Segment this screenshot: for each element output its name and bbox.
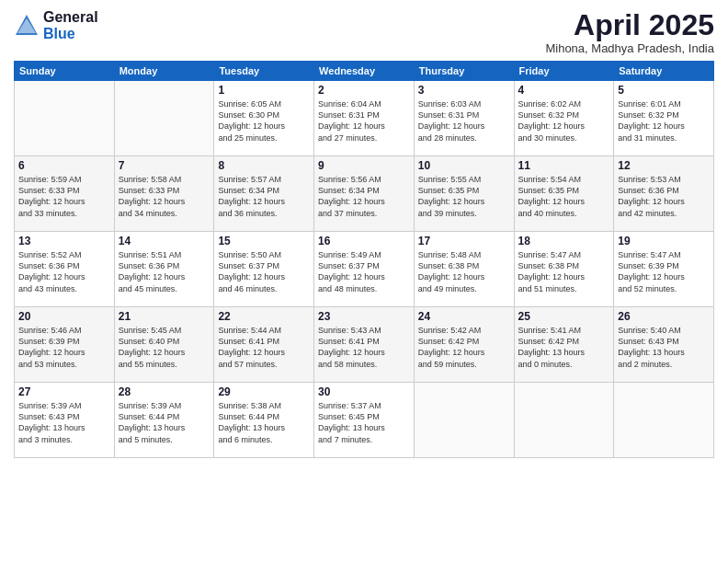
day-number: 24 (418, 310, 510, 323)
location: Mihona, Madhya Pradesh, India (545, 41, 714, 55)
day-detail: Sunrise: 5:45 AMSunset: 6:40 PMDaylight:… (119, 325, 210, 370)
table-row: 22Sunrise: 5:44 AMSunset: 6:41 PMDayligh… (214, 307, 314, 383)
table-row: 17Sunrise: 5:48 AMSunset: 6:38 PMDayligh… (414, 232, 514, 307)
day-number: 23 (318, 310, 410, 323)
day-detail: Sunrise: 6:04 AMSunset: 6:31 PMDaylight:… (318, 98, 410, 144)
day-detail: Sunrise: 6:03 AMSunset: 6:31 PMDaylight:… (418, 98, 510, 144)
day-number: 18 (518, 235, 610, 247)
day-detail: Sunrise: 5:46 AMSunset: 6:39 PMDaylight:… (18, 325, 110, 370)
day-number: 6 (18, 159, 110, 172)
day-detail: Sunrise: 5:48 AMSunset: 6:38 PMDaylight:… (418, 249, 510, 294)
day-detail: Sunrise: 5:37 AMSunset: 6:45 PMDaylight:… (318, 400, 410, 445)
table-row: 18Sunrise: 5:47 AMSunset: 6:38 PMDayligh… (514, 232, 614, 307)
day-detail: Sunrise: 5:47 AMSunset: 6:39 PMDaylight:… (618, 249, 710, 294)
calendar-table: Sunday Monday Tuesday Wednesday Thursday… (14, 61, 714, 458)
day-number: 11 (518, 159, 610, 172)
header-tuesday: Tuesday (214, 62, 314, 81)
table-row: 3Sunrise: 6:03 AMSunset: 6:31 PMDaylight… (414, 81, 514, 156)
table-row: 6Sunrise: 5:59 AMSunset: 6:33 PMDaylight… (15, 156, 115, 232)
table-row: 24Sunrise: 5:42 AMSunset: 6:42 PMDayligh… (414, 307, 514, 383)
day-number: 28 (119, 385, 210, 398)
table-row: 29Sunrise: 5:38 AMSunset: 6:44 PMDayligh… (214, 383, 314, 458)
table-row: 25Sunrise: 5:41 AMSunset: 6:42 PMDayligh… (514, 307, 614, 383)
table-row: 9Sunrise: 5:56 AMSunset: 6:34 PMDaylight… (314, 156, 415, 232)
logo-general: General (43, 9, 98, 26)
header-monday: Monday (114, 62, 214, 81)
day-detail: Sunrise: 5:42 AMSunset: 6:42 PMDaylight:… (418, 325, 510, 370)
day-detail: Sunrise: 5:59 AMSunset: 6:33 PMDaylight:… (18, 174, 110, 219)
day-number: 16 (318, 235, 410, 247)
logo-blue: Blue (43, 26, 98, 42)
day-detail: Sunrise: 5:51 AMSunset: 6:36 PMDaylight:… (119, 249, 210, 294)
day-detail: Sunrise: 5:58 AMSunset: 6:33 PMDaylight:… (119, 174, 210, 219)
logo: General Blue (14, 9, 98, 41)
table-row: 23Sunrise: 5:43 AMSunset: 6:41 PMDayligh… (314, 307, 415, 383)
day-number: 26 (618, 310, 710, 323)
day-number: 9 (318, 159, 410, 172)
table-row: 26Sunrise: 5:40 AMSunset: 6:43 PMDayligh… (614, 307, 714, 383)
day-number: 3 (418, 84, 510, 97)
header-thursday: Thursday (414, 62, 514, 81)
day-number: 10 (418, 159, 510, 172)
day-number: 14 (119, 235, 210, 247)
day-detail: Sunrise: 5:53 AMSunset: 6:36 PMDaylight:… (618, 174, 710, 219)
calendar-week-row: 27Sunrise: 5:39 AMSunset: 6:43 PMDayligh… (15, 383, 714, 458)
day-detail: Sunrise: 5:54 AMSunset: 6:35 PMDaylight:… (518, 174, 610, 219)
day-number: 7 (119, 159, 210, 172)
day-number: 5 (618, 84, 710, 97)
table-row: 14Sunrise: 5:51 AMSunset: 6:36 PMDayligh… (114, 232, 214, 307)
table-row (15, 81, 115, 156)
logo-icon (14, 13, 40, 39)
header-friday: Friday (514, 62, 614, 81)
table-row: 7Sunrise: 5:58 AMSunset: 6:33 PMDaylight… (114, 156, 214, 232)
day-detail: Sunrise: 5:47 AMSunset: 6:38 PMDaylight:… (518, 249, 610, 294)
day-number: 17 (418, 235, 510, 247)
table-row: 4Sunrise: 6:02 AMSunset: 6:32 PMDaylight… (514, 81, 614, 156)
table-row: 8Sunrise: 5:57 AMSunset: 6:34 PMDaylight… (214, 156, 314, 232)
day-number: 2 (318, 84, 410, 97)
logo-text: General Blue (43, 9, 98, 41)
day-detail: Sunrise: 5:49 AMSunset: 6:37 PMDaylight:… (318, 249, 410, 294)
table-row: 21Sunrise: 5:45 AMSunset: 6:40 PMDayligh… (114, 307, 214, 383)
table-row: 12Sunrise: 5:53 AMSunset: 6:36 PMDayligh… (614, 156, 714, 232)
day-number: 22 (218, 310, 310, 323)
svg-marker-1 (17, 18, 36, 33)
day-detail: Sunrise: 5:52 AMSunset: 6:36 PMDaylight:… (18, 249, 110, 294)
day-number: 13 (18, 235, 110, 247)
day-number: 1 (218, 84, 310, 97)
day-number: 29 (218, 385, 310, 398)
table-row: 27Sunrise: 5:39 AMSunset: 6:43 PMDayligh… (15, 383, 115, 458)
day-number: 19 (618, 235, 710, 247)
title-block: April 2025 Mihona, Madhya Pradesh, India (545, 9, 714, 55)
calendar-week-row: 20Sunrise: 5:46 AMSunset: 6:39 PMDayligh… (15, 307, 714, 383)
calendar-week-row: 1Sunrise: 6:05 AMSunset: 6:30 PMDaylight… (15, 81, 714, 156)
table-row (614, 383, 714, 458)
header: General Blue April 2025 Mihona, Madhya P… (14, 9, 714, 55)
header-saturday: Saturday (614, 62, 714, 81)
table-row: 1Sunrise: 6:05 AMSunset: 6:30 PMDaylight… (214, 81, 314, 156)
day-detail: Sunrise: 5:56 AMSunset: 6:34 PMDaylight:… (318, 174, 410, 219)
calendar-week-row: 6Sunrise: 5:59 AMSunset: 6:33 PMDaylight… (15, 156, 714, 232)
header-sunday: Sunday (15, 62, 115, 81)
table-row: 2Sunrise: 6:04 AMSunset: 6:31 PMDaylight… (314, 81, 415, 156)
day-detail: Sunrise: 5:57 AMSunset: 6:34 PMDaylight:… (218, 174, 310, 219)
calendar-header-row: Sunday Monday Tuesday Wednesday Thursday… (15, 62, 714, 81)
table-row: 15Sunrise: 5:50 AMSunset: 6:37 PMDayligh… (214, 232, 314, 307)
table-row: 20Sunrise: 5:46 AMSunset: 6:39 PMDayligh… (15, 307, 115, 383)
day-number: 20 (18, 310, 110, 323)
day-detail: Sunrise: 5:39 AMSunset: 6:44 PMDaylight:… (119, 400, 210, 445)
day-detail: Sunrise: 6:01 AMSunset: 6:32 PMDaylight:… (618, 98, 710, 144)
table-row: 16Sunrise: 5:49 AMSunset: 6:37 PMDayligh… (314, 232, 415, 307)
page: General Blue April 2025 Mihona, Madhya P… (0, 0, 728, 563)
day-number: 21 (119, 310, 210, 323)
table-row: 13Sunrise: 5:52 AMSunset: 6:36 PMDayligh… (15, 232, 115, 307)
day-detail: Sunrise: 5:55 AMSunset: 6:35 PMDaylight:… (418, 174, 510, 219)
table-row: 11Sunrise: 5:54 AMSunset: 6:35 PMDayligh… (514, 156, 614, 232)
day-number: 15 (218, 235, 310, 247)
table-row: 30Sunrise: 5:37 AMSunset: 6:45 PMDayligh… (314, 383, 415, 458)
day-detail: Sunrise: 5:43 AMSunset: 6:41 PMDaylight:… (318, 325, 410, 370)
day-detail: Sunrise: 5:41 AMSunset: 6:42 PMDaylight:… (518, 325, 610, 370)
day-detail: Sunrise: 5:40 AMSunset: 6:43 PMDaylight:… (618, 325, 710, 370)
table-row (114, 81, 214, 156)
day-detail: Sunrise: 6:05 AMSunset: 6:30 PMDaylight:… (218, 98, 310, 144)
